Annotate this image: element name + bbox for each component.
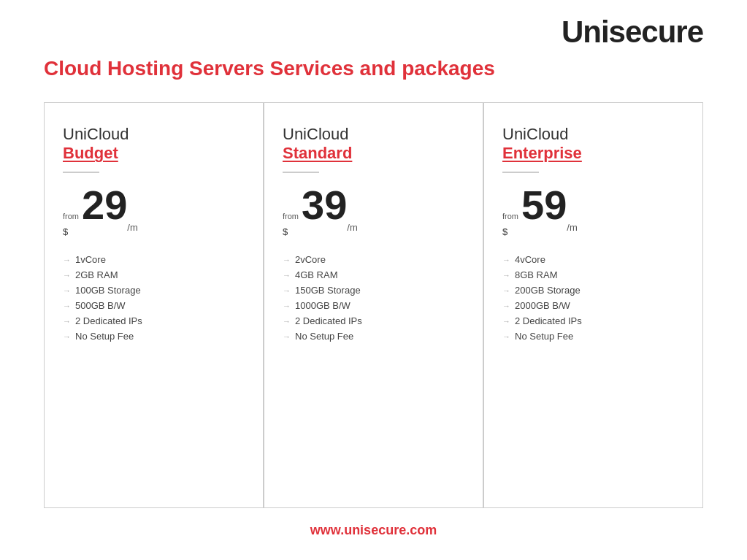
feature-item: →2GB RAM: [63, 267, 245, 283]
arrow-icon: →: [502, 317, 510, 326]
arrow-icon: →: [63, 271, 71, 280]
package-title-standard-line1: UniCloud: [283, 125, 464, 144]
arrow-icon: →: [502, 256, 510, 264]
feature-item: →100GB Storage: [63, 283, 245, 298]
packages-container: UniCloud Budget from $ 29 /m →1vCore →2G…: [44, 102, 703, 508]
page-wrapper: Unisecure Cloud Hosting Servers Services…: [0, 0, 747, 560]
feature-item: →4vCore: [502, 252, 684, 267]
package-card-budget: UniCloud Budget from $ 29 /m →1vCore →2G…: [44, 102, 264, 508]
package-subtitle-budget: Budget: [63, 144, 245, 163]
arrow-icon: →: [502, 286, 510, 295]
price-amount-standard: 39: [302, 185, 347, 226]
price-from-budget: from: [63, 212, 79, 220]
features-list-standard: →2vCore →4GB RAM →150GB Storage →1000GB …: [283, 252, 464, 344]
arrow-icon: →: [283, 317, 291, 326]
package-card-standard: UniCloud Standard from $ 39 /m →2vCore →…: [264, 102, 483, 508]
price-from-standard: from: [283, 212, 299, 220]
price-amount-budget: 29: [82, 185, 127, 226]
arrow-icon: →: [502, 302, 510, 310]
price-block-enterprise: from $ 59 /m: [502, 185, 684, 237]
arrow-icon: →: [63, 317, 71, 326]
price-amount-enterprise: 59: [521, 185, 567, 226]
price-period-budget: /m: [127, 222, 137, 233]
footer-url: www.unisecure.com: [29, 508, 718, 545]
feature-item: →2vCore: [283, 252, 464, 267]
arrow-icon: →: [63, 332, 71, 341]
brand-header: Unisecure: [29, 15, 718, 50]
price-divider-enterprise: [502, 172, 539, 173]
price-currency-enterprise: $: [502, 226, 507, 237]
feature-item: →2000GB B/W: [502, 298, 684, 313]
price-currency-budget: $: [63, 226, 68, 237]
price-divider-standard: [283, 172, 319, 173]
feature-item: →2 Dedicated IPs: [63, 313, 245, 329]
arrow-icon: →: [502, 271, 510, 280]
feature-item: →2 Dedicated IPs: [502, 313, 684, 329]
from-label-budget: from $: [63, 212, 80, 237]
feature-item: →2 Dedicated IPs: [283, 313, 464, 329]
feature-item: →200GB Storage: [502, 283, 684, 298]
feature-item: →No Setup Fee: [283, 329, 464, 344]
price-block-budget: from $ 29 /m: [63, 185, 245, 237]
from-label-enterprise: from $: [502, 212, 520, 237]
feature-item: →500GB B/W: [63, 298, 245, 313]
page-title: Cloud Hosting Servers Services and packa…: [44, 57, 718, 80]
feature-item: →1000GB B/W: [283, 298, 464, 313]
price-divider-budget: [63, 172, 99, 173]
feature-item: →No Setup Fee: [502, 329, 684, 344]
from-label-standard: from $: [283, 212, 300, 237]
feature-item: →150GB Storage: [283, 283, 464, 298]
brand-name: Unisecure: [562, 15, 703, 50]
arrow-icon: →: [63, 302, 71, 310]
package-subtitle-standard: Standard: [283, 144, 464, 163]
package-title-enterprise-line1: UniCloud: [502, 125, 684, 144]
arrow-icon: →: [283, 332, 291, 341]
package-card-enterprise: UniCloud Enterprise from $ 59 /m →4vCore…: [483, 102, 703, 508]
price-period-enterprise: /m: [567, 222, 577, 233]
package-subtitle-enterprise: Enterprise: [502, 144, 684, 163]
feature-item: →8GB RAM: [502, 267, 684, 283]
arrow-icon: →: [283, 302, 291, 310]
arrow-icon: →: [283, 256, 291, 264]
features-list-enterprise: →4vCore →8GB RAM →200GB Storage →2000GB …: [502, 252, 684, 344]
arrow-icon: →: [63, 256, 71, 264]
feature-item: →No Setup Fee: [63, 329, 245, 344]
price-currency-standard: $: [283, 226, 288, 237]
arrow-icon: →: [63, 286, 71, 295]
price-block-standard: from $ 39 /m: [283, 185, 464, 237]
features-list-budget: →1vCore →2GB RAM →100GB Storage →500GB B…: [63, 252, 245, 344]
arrow-icon: →: [283, 286, 291, 295]
price-from-enterprise: from: [502, 212, 518, 220]
arrow-icon: →: [502, 332, 510, 341]
package-title-budget-line1: UniCloud: [63, 125, 245, 144]
feature-item: →1vCore: [63, 252, 245, 267]
price-period-standard: /m: [347, 222, 357, 233]
arrow-icon: →: [283, 271, 291, 280]
feature-item: →4GB RAM: [283, 267, 464, 283]
